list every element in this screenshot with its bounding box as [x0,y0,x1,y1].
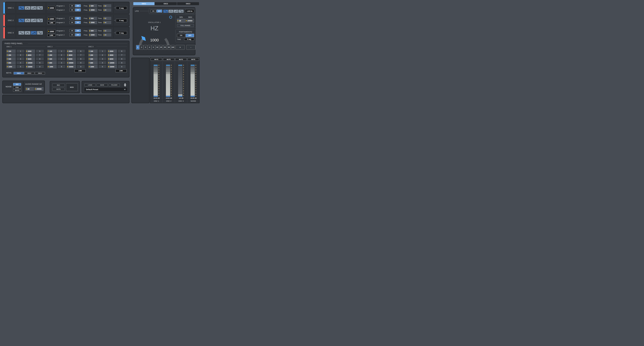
fixed-freq-field[interactable]: 500 [88,57,98,61]
step-10-button[interactable]: 10 [156,45,159,50]
fixed-freq-key-button[interactable]: 2 [98,53,107,57]
range-min-field[interactable]: 20 [177,19,185,23]
waveform-saw-button[interactable] [31,31,37,35]
keys-osc3-button[interactable]: OSC3 [35,72,45,74]
keys-osc1-button[interactable]: OSC1 [14,72,24,74]
step-2-button[interactable]: 2 [140,45,143,50]
fader-cap[interactable] [178,65,182,66]
fixed-freq-key-button[interactable]: 1 [98,50,107,53]
fixed-freq-field[interactable]: 10000 [108,61,117,65]
waveform-sine-button[interactable] [18,6,24,10]
fixed-freq-field[interactable]: 5600 [26,57,35,61]
step-4-button[interactable]: 4 [148,45,151,50]
fixed-freq-key-button[interactable]: 0 [118,65,126,68]
program-freq-field[interactable]: 2000 [89,21,97,24]
fixed-freq-field[interactable]: 1000 [6,65,16,68]
program-freq-field[interactable]: 500 [89,17,97,20]
fixed-freq-key-button[interactable]: 0 [36,65,44,68]
mute-button[interactable]: MUTE [163,58,174,61]
program-time-field[interactable]: 4 [103,33,111,37]
link-button[interactable]: LINK [48,34,56,37]
step-20-button[interactable]: 20 [159,45,163,50]
program-off-button[interactable]: OFF [75,29,81,32]
mute-button[interactable]: MUTE [151,58,162,61]
program-time-field[interactable]: 2 [103,4,111,8]
step-1-button[interactable]: 1 [136,45,140,50]
group-link-button[interactable]: LINK [74,69,86,72]
step-25-button[interactable]: 25 [163,45,167,50]
fixed-freq-field[interactable]: 200 [88,53,98,57]
waveform-square-button[interactable] [37,6,43,10]
fixed-freq-key-button[interactable]: 0 [77,65,85,68]
fixed-freq-key-button[interactable]: 8 [77,57,85,61]
program-off-button[interactable]: OFF [75,9,81,11]
fixed-freq-key-button[interactable]: 9 [118,61,126,65]
fixed-freq-field[interactable]: 100 [48,50,57,53]
fixed-freq-field[interactable]: 200 [48,53,57,57]
fixed-freq-key-button[interactable]: 6 [77,50,85,53]
fixed-freq-field[interactable]: 4000 [67,53,76,57]
fixed-freq-key-button[interactable]: 7 [36,53,44,57]
midi-button[interactable]: MIDI [66,83,78,91]
fixed-freq-key-button[interactable]: 3 [98,57,107,61]
lfo-waveform-square-button[interactable] [179,10,184,13]
fixed-freq-field[interactable]: 100 [88,50,98,53]
fixed-freq-field[interactable]: 15000 [26,65,35,68]
step-100-button[interactable]: 100 [171,45,174,50]
fader-cap[interactable] [166,65,170,66]
fixed-freq-field[interactable]: 6000 [108,57,117,61]
fixed-freq-key-button[interactable]: 7 [77,53,85,57]
portamento-time-display[interactable]: 5 seg [184,38,194,41]
waveform-square-button[interactable] [37,31,43,35]
full-range-button[interactable]: FULL-RANGE [177,24,194,27]
lfo-waveform-sine-button[interactable] [163,10,168,13]
fixed-freq-field[interactable]: 800 [88,61,98,65]
fixed-freq-field[interactable]: 800 [6,61,16,65]
fixed-freq-key-button[interactable]: 8 [36,57,44,61]
fixed-freq-key-button[interactable]: 6 [36,50,44,53]
program-freq-field[interactable]: 2000 [89,33,97,37]
lfo-off-button[interactable]: OFF [156,10,162,13]
waveform-triangle-button[interactable] [24,19,30,22]
waveform-saw-button[interactable] [31,6,37,10]
keys-osc2-button[interactable]: OSC2 [24,72,34,74]
fixed-freq-key-button[interactable]: 2 [57,53,66,57]
fixed-freq-key-button[interactable]: 7 [118,53,126,57]
fixed-freq-key-button[interactable]: 4 [98,61,107,65]
fixed-freq-field[interactable]: 2000 [108,50,117,53]
tab-osc1[interactable]: OSC1 [133,2,154,5]
waveform-triangle-button[interactable] [24,31,30,35]
fixed-freq-key-button[interactable]: 2 [16,53,25,57]
fixed-freq-field[interactable]: 200 [6,53,16,57]
fixed-freq-field[interactable]: 15000 [108,65,117,68]
program-on-button[interactable]: ON [70,33,74,36]
fixed-freq-field[interactable]: 10000 [67,61,76,65]
fixed-freq-key-button[interactable]: 8 [118,57,126,61]
fixed-freq-key-button[interactable]: 6 [118,50,126,53]
fixed-freq-key-button[interactable]: 1 [16,50,25,53]
program-time-field[interactable]: 2 [103,17,111,20]
fixed-freq-key-button[interactable]: 4 [16,61,25,65]
step-3-button[interactable]: 3 [144,45,147,50]
fixed-freq-key-button[interactable]: 4 [57,61,66,65]
fixed-freq-field[interactable]: 10000 [26,61,35,65]
program-time-field[interactable]: 4 [103,21,111,24]
mute-button[interactable]: MUTE [175,58,187,61]
folder-button[interactable]: FOLDER [109,83,120,87]
preset-spinner[interactable] [124,83,126,87]
preset-down-arrow-icon[interactable] [124,85,126,87]
fixed-freq-field[interactable]: 500 [48,57,57,61]
waveform-sine-button[interactable] [18,31,24,35]
save-button[interactable]: SAVE [96,83,108,87]
fixed-freq-key-button[interactable]: 9 [77,61,85,65]
fixed-freq-field[interactable]: 15000 [67,65,76,68]
group-link-button[interactable]: LINK [116,69,126,72]
fixed-freq-field[interactable]: 500 [6,57,16,61]
audio-range-max-field[interactable]: 20000 [34,87,44,91]
lfo-waveform-triangle-button[interactable] [168,10,173,13]
waveform-sine-button[interactable] [18,19,24,22]
waveform-square-button[interactable] [37,19,43,22]
fixed-freq-field[interactable]: 2000 [67,50,76,53]
preset-dropdown[interactable]: Default Preset [84,88,127,91]
program-time-field[interactable]: 2 [103,29,111,32]
